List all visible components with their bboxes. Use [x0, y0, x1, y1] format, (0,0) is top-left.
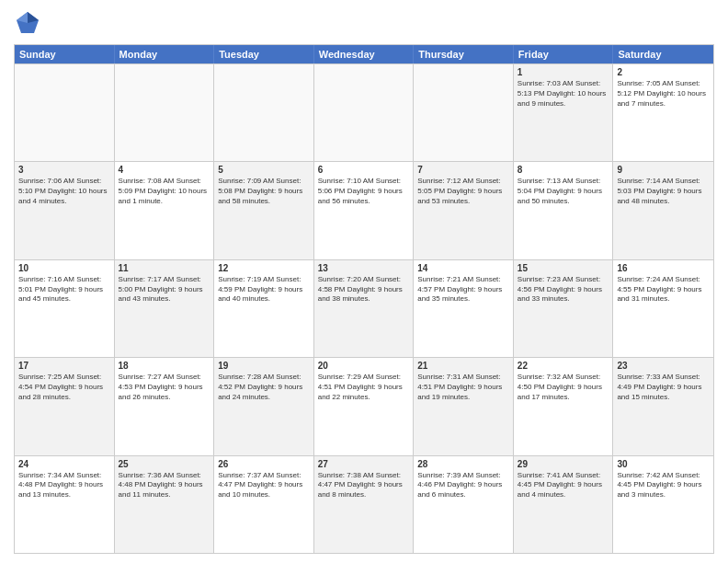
- day-cell: 13Sunrise: 7:20 AM Sunset: 4:58 PM Dayli…: [314, 260, 415, 357]
- day-info: Sunrise: 7:34 AM Sunset: 4:48 PM Dayligh…: [18, 471, 110, 500]
- day-info: Sunrise: 7:10 AM Sunset: 5:06 PM Dayligh…: [318, 177, 410, 206]
- calendar-row: 3Sunrise: 7:06 AM Sunset: 5:10 PM Daylig…: [15, 161, 713, 259]
- day-cell: 30Sunrise: 7:42 AM Sunset: 4:45 PM Dayli…: [613, 456, 713, 553]
- day-info: Sunrise: 7:20 AM Sunset: 4:58 PM Dayligh…: [318, 275, 410, 304]
- header: [14, 9, 714, 37]
- day-info: Sunrise: 7:42 AM Sunset: 4:45 PM Dayligh…: [617, 471, 710, 500]
- day-number: 12: [218, 263, 310, 273]
- day-info: Sunrise: 7:39 AM Sunset: 4:46 PM Dayligh…: [417, 471, 509, 500]
- day-number: 24: [18, 459, 110, 469]
- day-info: Sunrise: 7:29 AM Sunset: 4:51 PM Dayligh…: [318, 373, 410, 402]
- day-number: 4: [119, 165, 210, 175]
- header-day: Saturday: [613, 45, 713, 63]
- day-number: 29: [518, 459, 609, 469]
- day-number: 26: [218, 459, 310, 469]
- day-number: 1: [518, 67, 609, 77]
- day-number: 8: [518, 165, 609, 175]
- day-cell: 24Sunrise: 7:34 AM Sunset: 4:48 PM Dayli…: [15, 456, 115, 553]
- day-number: 27: [318, 459, 410, 469]
- header-day: Wednesday: [314, 45, 415, 63]
- day-number: 7: [417, 165, 509, 175]
- day-cell: 22Sunrise: 7:32 AM Sunset: 4:50 PM Dayli…: [514, 358, 614, 454]
- empty-cell: [115, 64, 215, 161]
- calendar-row: 17Sunrise: 7:25 AM Sunset: 4:54 PM Dayli…: [15, 357, 713, 454]
- page: SundayMondayTuesdayWednesdayThursdayFrid…: [0, 0, 728, 563]
- day-info: Sunrise: 7:14 AM Sunset: 5:03 PM Dayligh…: [617, 177, 710, 206]
- day-cell: 9Sunrise: 7:14 AM Sunset: 5:03 PM Daylig…: [613, 162, 713, 259]
- day-info: Sunrise: 7:41 AM Sunset: 4:45 PM Dayligh…: [518, 471, 609, 500]
- day-number: 2: [617, 67, 710, 77]
- day-cell: 18Sunrise: 7:27 AM Sunset: 4:53 PM Dayli…: [115, 358, 215, 454]
- empty-cell: [414, 64, 514, 161]
- calendar-row: 24Sunrise: 7:34 AM Sunset: 4:48 PM Dayli…: [15, 455, 713, 553]
- day-cell: 28Sunrise: 7:39 AM Sunset: 4:46 PM Dayli…: [414, 456, 514, 553]
- day-cell: 19Sunrise: 7:28 AM Sunset: 4:52 PM Dayli…: [214, 358, 314, 454]
- day-info: Sunrise: 7:21 AM Sunset: 4:57 PM Dayligh…: [417, 275, 509, 304]
- calendar-row: 1Sunrise: 7:03 AM Sunset: 5:13 PM Daylig…: [15, 63, 713, 161]
- day-cell: 16Sunrise: 7:24 AM Sunset: 4:55 PM Dayli…: [613, 260, 713, 357]
- day-number: 13: [318, 263, 410, 273]
- day-number: 28: [417, 459, 509, 469]
- day-number: 21: [417, 361, 509, 371]
- logo-icon: [14, 9, 41, 37]
- day-info: Sunrise: 7:13 AM Sunset: 5:04 PM Dayligh…: [518, 177, 609, 206]
- day-number: 22: [518, 361, 609, 371]
- day-number: 11: [119, 263, 210, 273]
- day-cell: 27Sunrise: 7:38 AM Sunset: 4:47 PM Dayli…: [314, 456, 415, 553]
- day-cell: 8Sunrise: 7:13 AM Sunset: 5:04 PM Daylig…: [514, 162, 614, 259]
- day-number: 17: [18, 361, 110, 371]
- day-cell: 20Sunrise: 7:29 AM Sunset: 4:51 PM Dayli…: [314, 358, 415, 454]
- day-cell: 2Sunrise: 7:05 AM Sunset: 5:12 PM Daylig…: [613, 64, 713, 161]
- day-cell: 26Sunrise: 7:37 AM Sunset: 4:47 PM Dayli…: [214, 456, 314, 553]
- calendar-body: 1Sunrise: 7:03 AM Sunset: 5:13 PM Daylig…: [15, 63, 713, 553]
- day-info: Sunrise: 7:28 AM Sunset: 4:52 PM Dayligh…: [218, 373, 310, 402]
- day-number: 14: [417, 263, 509, 273]
- header-day: Tuesday: [214, 45, 314, 63]
- day-cell: 15Sunrise: 7:23 AM Sunset: 4:56 PM Dayli…: [514, 260, 614, 357]
- day-number: 3: [18, 165, 110, 175]
- day-number: 18: [119, 361, 210, 371]
- day-info: Sunrise: 7:05 AM Sunset: 5:12 PM Dayligh…: [617, 79, 710, 109]
- day-number: 10: [18, 263, 110, 273]
- day-number: 6: [318, 165, 410, 175]
- day-info: Sunrise: 7:37 AM Sunset: 4:47 PM Dayligh…: [218, 471, 310, 500]
- calendar-header: SundayMondayTuesdayWednesdayThursdayFrid…: [15, 45, 713, 63]
- day-info: Sunrise: 7:16 AM Sunset: 5:01 PM Dayligh…: [18, 275, 110, 304]
- day-info: Sunrise: 7:36 AM Sunset: 4:48 PM Dayligh…: [119, 471, 210, 500]
- empty-cell: [214, 64, 314, 161]
- day-number: 19: [218, 361, 310, 371]
- day-cell: 7Sunrise: 7:12 AM Sunset: 5:05 PM Daylig…: [414, 162, 514, 259]
- day-info: Sunrise: 7:33 AM Sunset: 4:49 PM Dayligh…: [617, 373, 710, 402]
- day-number: 25: [119, 459, 210, 469]
- empty-cell: [314, 64, 415, 161]
- day-cell: 5Sunrise: 7:09 AM Sunset: 5:08 PM Daylig…: [214, 162, 314, 259]
- logo: [14, 9, 45, 37]
- day-info: Sunrise: 7:17 AM Sunset: 5:00 PM Dayligh…: [119, 275, 210, 304]
- day-cell: 25Sunrise: 7:36 AM Sunset: 4:48 PM Dayli…: [115, 456, 215, 553]
- day-cell: 6Sunrise: 7:10 AM Sunset: 5:06 PM Daylig…: [314, 162, 415, 259]
- calendar-row: 10Sunrise: 7:16 AM Sunset: 5:01 PM Dayli…: [15, 259, 713, 357]
- day-info: Sunrise: 7:27 AM Sunset: 4:53 PM Dayligh…: [119, 373, 210, 402]
- header-day: Friday: [514, 45, 614, 63]
- header-day: Monday: [115, 45, 215, 63]
- empty-cell: [15, 64, 115, 161]
- day-info: Sunrise: 7:09 AM Sunset: 5:08 PM Dayligh…: [218, 177, 310, 206]
- day-cell: 23Sunrise: 7:33 AM Sunset: 4:49 PM Dayli…: [613, 358, 713, 454]
- calendar: SundayMondayTuesdayWednesdayThursdayFrid…: [14, 44, 714, 554]
- day-cell: 11Sunrise: 7:17 AM Sunset: 5:00 PM Dayli…: [115, 260, 215, 357]
- day-info: Sunrise: 7:12 AM Sunset: 5:05 PM Dayligh…: [417, 177, 509, 206]
- day-info: Sunrise: 7:08 AM Sunset: 5:09 PM Dayligh…: [119, 177, 210, 206]
- day-info: Sunrise: 7:32 AM Sunset: 4:50 PM Dayligh…: [518, 373, 609, 402]
- day-info: Sunrise: 7:38 AM Sunset: 4:47 PM Dayligh…: [318, 471, 410, 500]
- day-cell: 21Sunrise: 7:31 AM Sunset: 4:51 PM Dayli…: [414, 358, 514, 454]
- day-info: Sunrise: 7:31 AM Sunset: 4:51 PM Dayligh…: [417, 373, 509, 402]
- day-info: Sunrise: 7:06 AM Sunset: 5:10 PM Dayligh…: [18, 177, 110, 206]
- day-cell: 10Sunrise: 7:16 AM Sunset: 5:01 PM Dayli…: [15, 260, 115, 357]
- day-cell: 14Sunrise: 7:21 AM Sunset: 4:57 PM Dayli…: [414, 260, 514, 357]
- day-cell: 4Sunrise: 7:08 AM Sunset: 5:09 PM Daylig…: [115, 162, 215, 259]
- day-info: Sunrise: 7:19 AM Sunset: 4:59 PM Dayligh…: [218, 275, 310, 304]
- day-cell: 17Sunrise: 7:25 AM Sunset: 4:54 PM Dayli…: [15, 358, 115, 454]
- day-cell: 12Sunrise: 7:19 AM Sunset: 4:59 PM Dayli…: [214, 260, 314, 357]
- day-number: 5: [218, 165, 310, 175]
- day-number: 30: [617, 459, 710, 469]
